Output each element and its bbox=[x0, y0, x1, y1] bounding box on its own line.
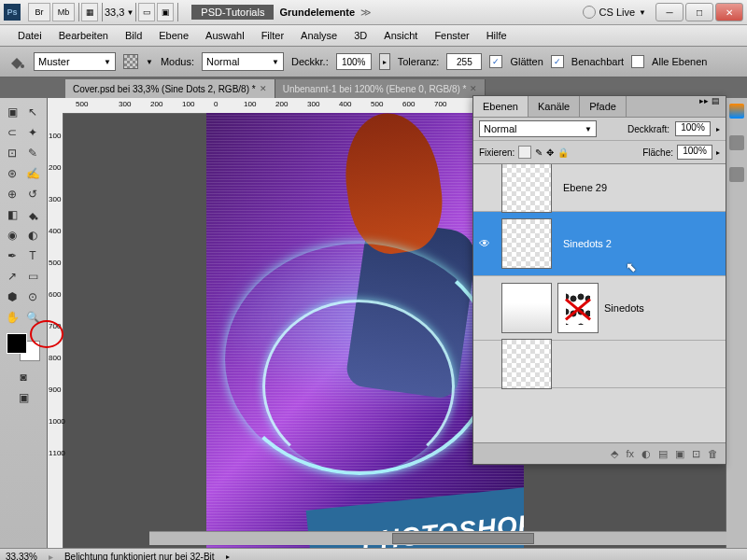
tab-kanäle[interactable]: Kanäle bbox=[529, 96, 580, 117]
history-tool[interactable]: ↺ bbox=[22, 184, 43, 204]
layer-opacity-field[interactable]: 100% bbox=[675, 121, 711, 136]
layer-name[interactable]: Ebene 29 bbox=[557, 182, 726, 193]
hand-tool[interactable]: ✋ bbox=[2, 307, 22, 328]
tab-pfade[interactable]: Pfade bbox=[580, 96, 627, 117]
pen-tool[interactable]: ✒ bbox=[2, 245, 22, 266]
layer-row[interactable]: 👁 Sinedots 2 bbox=[473, 212, 726, 276]
layer-smartobj-thumbnail[interactable] bbox=[557, 283, 599, 333]
lock-paint-icon[interactable]: ✎ bbox=[535, 147, 543, 158]
3d-tool[interactable]: ⬢ bbox=[2, 287, 22, 307]
layer-thumbnail[interactable] bbox=[501, 283, 552, 333]
fx-icon[interactable]: fx bbox=[626, 448, 634, 459]
fg-color[interactable] bbox=[7, 333, 27, 354]
crop-tool[interactable]: ⊡ bbox=[2, 143, 22, 163]
lasso-tool[interactable]: ⊂ bbox=[2, 122, 22, 143]
trash-icon[interactable]: 🗑 bbox=[708, 448, 718, 459]
contiguous-label: Benachbart bbox=[571, 56, 624, 67]
close-button[interactable]: ✕ bbox=[715, 3, 743, 21]
adjust-icon[interactable]: ▤ bbox=[658, 448, 668, 460]
chevron-right-icon[interactable]: ≫ bbox=[360, 7, 372, 19]
bridge-button[interactable]: Br bbox=[28, 3, 50, 21]
move-tool[interactable]: ▣ bbox=[2, 102, 22, 122]
menu-ebene[interactable]: Ebene bbox=[150, 30, 197, 41]
tolerance-field[interactable]: 255 bbox=[446, 53, 482, 70]
workspace-tag[interactable]: PSD-Tutorials bbox=[191, 5, 274, 20]
menu-auswahl[interactable]: Auswahl bbox=[197, 30, 253, 41]
screenmode-tool[interactable]: ▣ bbox=[13, 387, 34, 408]
eraser-tool[interactable]: ◧ bbox=[2, 204, 22, 225]
blur-tool[interactable]: ◉ bbox=[2, 225, 22, 245]
mask-icon[interactable]: ◐ bbox=[641, 448, 651, 460]
cslive-label[interactable]: CS Live bbox=[599, 7, 636, 18]
layer-row[interactable]: Sinedots bbox=[473, 276, 726, 341]
menu-hilfe[interactable]: Hilfe bbox=[478, 30, 515, 41]
pattern-picker[interactable] bbox=[123, 54, 138, 69]
layer-row[interactable]: Ebene 29 bbox=[473, 164, 726, 212]
wand-tool[interactable]: ✦ bbox=[22, 122, 43, 143]
menu-bild[interactable]: Bild bbox=[117, 30, 150, 41]
zoom-tool[interactable]: 🔍 bbox=[22, 307, 43, 328]
layer-name[interactable]: Sinedots 2 bbox=[557, 238, 726, 249]
panel-icon[interactable] bbox=[729, 104, 744, 119]
zoom-level[interactable]: 33,3 bbox=[105, 7, 124, 18]
opacity-flyout[interactable]: ▸ bbox=[379, 53, 390, 70]
visibility-toggle[interactable]: 👁 bbox=[473, 237, 496, 250]
layer-thumbnail[interactable] bbox=[501, 164, 552, 213]
layer-thumbnail[interactable] bbox=[501, 339, 552, 389]
healing-tool[interactable]: ⊛ bbox=[2, 163, 22, 184]
alllayers-checkbox[interactable]: ✓ bbox=[631, 55, 644, 68]
menu-fenster[interactable]: Fenster bbox=[426, 30, 477, 41]
close-icon[interactable]: ✕ bbox=[260, 84, 267, 93]
menu-datei[interactable]: Datei bbox=[9, 30, 50, 41]
tab-ebenen[interactable]: Ebenen bbox=[473, 96, 529, 117]
eyedropper-tool[interactable]: ✎ bbox=[22, 143, 43, 163]
layer-thumbnail[interactable] bbox=[501, 218, 552, 269]
type-tool[interactable]: T bbox=[22, 245, 43, 266]
layout-button[interactable]: ▦ bbox=[81, 3, 98, 21]
layer-name[interactable]: Sinedots bbox=[599, 302, 726, 314]
tab-unbenannt[interactable]: Unbenannt-1 bei 1200% (Ebene 0, RGB/8) *… bbox=[275, 79, 486, 98]
status-zoom[interactable]: 33,33% bbox=[6, 552, 37, 561]
close-icon[interactable]: ✕ bbox=[470, 84, 477, 93]
layer-fill-field[interactable]: 100% bbox=[677, 145, 712, 160]
minimize-button[interactable]: ─ bbox=[655, 3, 684, 21]
color-swatches[interactable] bbox=[7, 333, 40, 361]
lock-all-icon[interactable]: 🔒 bbox=[557, 147, 569, 158]
horizontal-scrollbar[interactable] bbox=[149, 531, 726, 545]
panel-icon[interactable] bbox=[729, 135, 744, 150]
shape-tool[interactable]: ▭ bbox=[22, 266, 43, 287]
layer-blend-dropdown[interactable]: Normal▼ bbox=[479, 120, 597, 137]
tab-cover[interactable]: Cover.psd bei 33,3% (Sine Dots 2, RGB/8)… bbox=[65, 79, 275, 98]
blend-mode-dropdown[interactable]: Normal▼ bbox=[202, 52, 284, 71]
layer-row[interactable] bbox=[473, 341, 726, 388]
dodge-tool[interactable]: ◐ bbox=[22, 225, 43, 245]
lock-trans-icon[interactable] bbox=[518, 146, 531, 159]
path-tool[interactable]: ↗ bbox=[2, 266, 22, 287]
view-button[interactable]: ▭ bbox=[138, 3, 155, 21]
workspace-section[interactable]: Grundelemente bbox=[279, 7, 355, 18]
fill-type-dropdown[interactable]: Muster▼ bbox=[34, 52, 116, 71]
3dcam-tool[interactable]: ⊙ bbox=[22, 287, 43, 307]
stamp-tool[interactable]: ⊕ bbox=[2, 184, 22, 204]
screen-button[interactable]: ▣ bbox=[157, 3, 174, 21]
menu-filter[interactable]: Filter bbox=[253, 30, 292, 41]
contiguous-checkbox[interactable]: ✓ bbox=[551, 55, 564, 68]
quickmask-tool[interactable]: ◙ bbox=[13, 367, 34, 387]
panel-menu-icon[interactable]: ▸▸ ▤ bbox=[694, 96, 726, 117]
menu-3d[interactable]: 3D bbox=[345, 30, 375, 41]
minibridge-button[interactable]: Mb bbox=[52, 3, 75, 21]
newlayer-icon[interactable]: ⊡ bbox=[692, 448, 700, 460]
panel-icon[interactable] bbox=[729, 167, 744, 182]
opacity-field[interactable]: 100% bbox=[336, 53, 372, 70]
lock-move-icon[interactable]: ✥ bbox=[546, 147, 554, 158]
brush-tool[interactable]: ✍ bbox=[22, 163, 43, 184]
menu-analyse[interactable]: Analyse bbox=[292, 30, 345, 41]
paintbucket-tool[interactable] bbox=[22, 204, 43, 225]
group-icon[interactable]: ▣ bbox=[675, 448, 684, 460]
maximize-button[interactable]: □ bbox=[685, 3, 713, 21]
selection-tool[interactable]: ↖ bbox=[22, 102, 43, 122]
menu-bearbeiten[interactable]: Bearbeiten bbox=[50, 30, 117, 41]
menu-ansicht[interactable]: Ansicht bbox=[375, 30, 426, 41]
link-icon[interactable]: ⬘ bbox=[611, 448, 618, 460]
antialias-checkbox[interactable]: ✓ bbox=[489, 55, 502, 68]
